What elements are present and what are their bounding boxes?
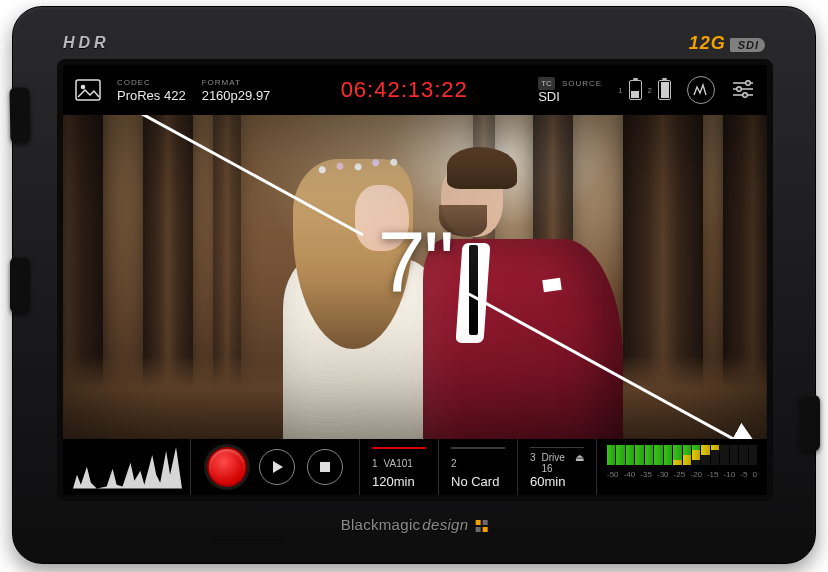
audio-scale-tick: -50 xyxy=(607,470,619,479)
audio-meters[interactable]: -50-40-35-30-25-20-15-10-50 xyxy=(597,439,767,495)
svg-point-7 xyxy=(743,93,748,98)
monitor-overlays-icon[interactable] xyxy=(75,79,101,101)
video-preview[interactable]: 7" xyxy=(63,115,767,439)
brand-squares-icon xyxy=(475,520,487,532)
battery-1-index: 1 xyxy=(618,86,622,95)
sdi-tag: SDI xyxy=(730,38,765,52)
slot-status: 60min xyxy=(530,474,584,489)
media-slots: 1VA101 120min 2 No Card 3Drive 16⏏ 60min xyxy=(360,439,597,495)
slot-name: VA101 xyxy=(384,458,413,469)
source-label: SOURCE xyxy=(562,79,602,88)
mount-lug xyxy=(800,395,820,451)
stop-button[interactable] xyxy=(307,449,343,485)
battery-status[interactable]: 1 2 xyxy=(618,80,671,100)
source-value: SDI xyxy=(538,89,602,104)
audio-scale-tick: -5 xyxy=(740,470,747,479)
sdi-logo: 12G SDI xyxy=(689,33,765,54)
slot-index: 1 xyxy=(372,458,378,469)
touch-screen[interactable]: CODEC ProRes 422 FORMAT 2160p29.97 06:42… xyxy=(63,65,767,495)
audio-scale-tick: -30 xyxy=(657,470,669,479)
svg-rect-10 xyxy=(320,462,330,472)
media-slot-2[interactable]: 2 No Card xyxy=(439,439,518,495)
record-button[interactable] xyxy=(207,447,247,487)
top-status-bar: CODEC ProRes 422 FORMAT 2160p29.97 06:42… xyxy=(63,65,767,115)
speaker-grille xyxy=(213,535,283,545)
audio-scale-tick: -35 xyxy=(640,470,652,479)
audio-scale-tick: -20 xyxy=(690,470,702,479)
svg-point-1 xyxy=(81,85,86,90)
battery-1-icon xyxy=(629,80,642,100)
mount-lug xyxy=(10,87,31,143)
brand-left: Blackmagic xyxy=(341,516,421,533)
codec-value: ProRes 422 xyxy=(117,88,186,103)
audio-meter-channel xyxy=(607,460,757,465)
mount-lug xyxy=(10,257,30,313)
source-readout[interactable]: TC SOURCE SDI xyxy=(538,76,602,104)
histogram-display[interactable] xyxy=(63,439,191,495)
brand-logo: Blackmagicdesign xyxy=(341,516,488,533)
drive-icon: ⏏ xyxy=(575,452,584,474)
brand-right: design xyxy=(422,516,468,533)
audio-scale-tick: -25 xyxy=(674,470,686,479)
play-button[interactable] xyxy=(259,449,295,485)
codec-readout[interactable]: CODEC ProRes 422 xyxy=(117,78,186,103)
timecode-display[interactable]: 06:42:13:22 xyxy=(341,77,468,103)
audio-scale-tick: -40 xyxy=(624,470,636,479)
format-readout[interactable]: FORMAT 2160p29.97 xyxy=(202,78,271,103)
codec-label: CODEC xyxy=(117,78,186,87)
media-slot-3[interactable]: 3Drive 16⏏ 60min xyxy=(518,439,597,495)
slot-status: No Card xyxy=(451,474,505,489)
bezel-labels: HDR 12G SDI xyxy=(63,29,765,57)
svg-rect-0 xyxy=(76,80,100,100)
format-label: FORMAT xyxy=(202,78,271,87)
hdr-logo: HDR xyxy=(63,34,110,52)
device-body: HDR 12G SDI CODEC ProRes 422 FORMAT 2160… xyxy=(12,6,816,564)
slot-index: 2 xyxy=(451,458,457,469)
audio-scale-tick: 0 xyxy=(752,470,756,479)
screen-size-label: 7" xyxy=(378,211,452,310)
scopes-button[interactable] xyxy=(687,76,715,104)
media-slot-1[interactable]: 1VA101 120min xyxy=(360,439,439,495)
svg-point-5 xyxy=(737,87,742,92)
svg-point-3 xyxy=(746,81,751,86)
audio-scale-tick: -10 xyxy=(724,470,736,479)
battery-2-icon xyxy=(658,80,671,100)
battery-2-index: 2 xyxy=(648,86,652,95)
format-value: 2160p29.97 xyxy=(202,88,271,103)
settings-icon[interactable] xyxy=(731,79,755,101)
slot-index: 3 xyxy=(530,452,536,474)
transport-controls xyxy=(191,439,360,495)
audio-scale-tick: -15 xyxy=(707,470,719,479)
sdi-12g-label: 12G xyxy=(689,33,726,54)
bottom-status-bar: 1VA101 120min 2 No Card 3Drive 16⏏ 60min… xyxy=(63,439,767,495)
slot-name: Drive 16 xyxy=(542,452,569,474)
slot-status: 120min xyxy=(372,474,426,489)
audio-meter-scale: -50-40-35-30-25-20-15-10-50 xyxy=(607,470,757,479)
